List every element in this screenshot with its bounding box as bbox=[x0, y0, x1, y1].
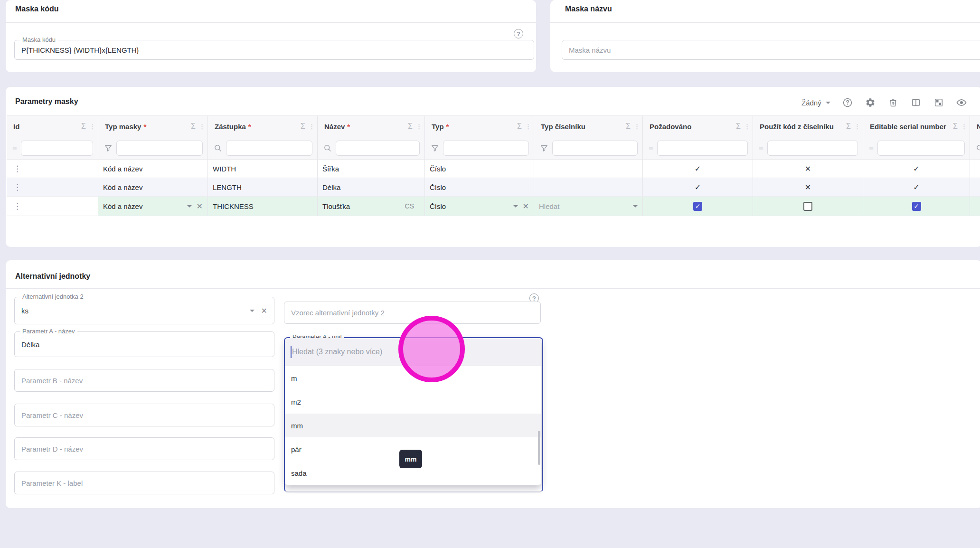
search-icon[interactable] bbox=[976, 144, 980, 152]
table-row[interactable]: ⋮ Kód a název LENGTH Délka Číslo ✓ ✕ ✓ bbox=[7, 178, 980, 197]
param-a-name-input[interactable] bbox=[15, 332, 274, 357]
unit-option-mm[interactable]: mm bbox=[285, 414, 541, 437]
filter-typ-input[interactable] bbox=[443, 141, 529, 156]
column-header-clipped[interactable]: N bbox=[970, 116, 980, 137]
help-icon[interactable]: ? bbox=[514, 29, 523, 38]
aggregate-icon[interactable]: Σ bbox=[301, 122, 305, 131]
scrollbar-thumb[interactable] bbox=[538, 431, 540, 465]
column-grip-icon[interactable]: ⋮ bbox=[525, 123, 531, 130]
column-header-typ-ciselniku[interactable]: Typ číselníkuΣ⋮ bbox=[534, 116, 643, 137]
filter-zastupka-input[interactable] bbox=[226, 141, 312, 156]
chevron-down-icon[interactable] bbox=[633, 205, 638, 208]
language-badge[interactable]: CS bbox=[405, 202, 420, 210]
filter-id-input[interactable] bbox=[21, 141, 93, 156]
cross-icon: ✕ bbox=[758, 164, 858, 173]
column-header-typ-masky[interactable]: Typ masky*Σ⋮ bbox=[98, 116, 208, 137]
text-cursor bbox=[291, 346, 292, 358]
param-k-label-input[interactable] bbox=[15, 472, 274, 494]
param-c-name-input[interactable] bbox=[15, 404, 274, 426]
param-b-name-input[interactable] bbox=[15, 369, 274, 391]
checkbox[interactable]: ✓ bbox=[912, 202, 921, 211]
param-b-name-field bbox=[14, 369, 274, 392]
column-header-id[interactable]: IdΣ⋮ bbox=[7, 116, 98, 137]
divider bbox=[6, 288, 980, 289]
mask-code-input[interactable] bbox=[15, 40, 534, 59]
column-header-typ[interactable]: Typ*Σ⋮ bbox=[425, 116, 534, 137]
column-grip-icon[interactable]: ⋮ bbox=[89, 123, 95, 130]
filter-cell-typ bbox=[425, 137, 534, 159]
row-menu-icon[interactable]: ⋮ bbox=[11, 202, 21, 210]
clear-icon[interactable]: ✕ bbox=[197, 202, 203, 211]
aggregate-icon[interactable]: Σ bbox=[846, 122, 851, 131]
aggregate-icon[interactable]: Σ bbox=[517, 122, 522, 131]
chevron-down-icon[interactable] bbox=[513, 205, 518, 208]
column-grip-icon[interactable]: ⋮ bbox=[634, 123, 640, 130]
cell-pouzit-kod: ✕ bbox=[753, 160, 863, 178]
row-menu-icon[interactable]: ⋮ bbox=[11, 165, 21, 173]
help-icon[interactable] bbox=[842, 97, 853, 108]
column-header-zastupka[interactable]: Zástupka*Σ⋮ bbox=[208, 116, 318, 137]
cell-typ-ciselniku bbox=[534, 160, 643, 178]
table-row[interactable]: ⋮ Kód a název WIDTH Šířka Číslo ✓ ✕ ✓ bbox=[7, 160, 980, 178]
aggregate-icon[interactable]: Σ bbox=[736, 122, 741, 131]
delete-icon[interactable] bbox=[887, 97, 899, 108]
equals-icon[interactable]: = bbox=[12, 143, 17, 153]
equals-icon[interactable]: = bbox=[869, 143, 874, 153]
clear-icon[interactable]: ✕ bbox=[261, 306, 267, 315]
aggregate-icon[interactable]: Σ bbox=[191, 122, 196, 131]
row-menu-icon[interactable]: ⋮ bbox=[11, 183, 21, 191]
cell-typ-select[interactable]: Číslo✕ bbox=[425, 197, 534, 216]
equals-icon[interactable]: = bbox=[649, 143, 653, 153]
param-d-name-field bbox=[14, 437, 274, 460]
split-columns-icon[interactable] bbox=[910, 97, 922, 108]
settings-icon[interactable] bbox=[865, 97, 876, 108]
cell-nazev-input[interactable]: TloušťkaCS bbox=[318, 197, 425, 216]
cell-ciselnik-select[interactable]: Hledat bbox=[534, 197, 643, 216]
layout-icon[interactable] bbox=[933, 97, 944, 108]
equals-icon[interactable]: = bbox=[759, 143, 763, 153]
filter-cell-editable-serial: = bbox=[863, 137, 970, 159]
search-icon[interactable] bbox=[214, 144, 222, 152]
funnel-icon[interactable] bbox=[540, 144, 548, 152]
column-grip-icon[interactable]: ⋮ bbox=[744, 123, 750, 130]
chevron-down-icon[interactable] bbox=[250, 310, 254, 312]
group-by-select[interactable]: Žádný bbox=[801, 99, 830, 107]
filter-pozadovano-input[interactable] bbox=[657, 141, 748, 156]
cell-pouzit-kod-checkbox bbox=[753, 197, 863, 216]
column-header-editable-serial[interactable]: Editable serial numberΣ⋮ bbox=[863, 116, 970, 137]
alt-unit-2-select[interactable]: ks ✕ bbox=[15, 297, 274, 324]
param-d-name-input[interactable] bbox=[15, 438, 274, 460]
table-row-editing[interactable]: ⋮ Kód a název✕ THICKNESS TloušťkaCS Čísl… bbox=[7, 197, 980, 216]
mask-name-input[interactable] bbox=[562, 40, 980, 59]
column-header-pozadovano[interactable]: PožadovánoΣ⋮ bbox=[643, 116, 753, 137]
aggregate-icon[interactable]: Σ bbox=[81, 122, 86, 131]
visibility-icon[interactable] bbox=[956, 97, 967, 108]
filter-nazev-input[interactable] bbox=[336, 141, 420, 156]
funnel-icon[interactable] bbox=[431, 144, 439, 152]
filter-editable-serial-input[interactable] bbox=[877, 141, 965, 156]
column-grip-icon[interactable]: ⋮ bbox=[309, 123, 314, 130]
column-grip-icon[interactable]: ⋮ bbox=[199, 123, 205, 130]
filter-pouzit-kod-input[interactable] bbox=[767, 141, 858, 156]
mask-name-card-title: Maska názvu bbox=[565, 5, 612, 13]
checkbox[interactable]: ✓ bbox=[693, 202, 702, 211]
filter-typ-masky-input[interactable] bbox=[116, 141, 203, 156]
checkbox[interactable] bbox=[803, 202, 812, 211]
formula-2-input[interactable] bbox=[284, 302, 540, 323]
clear-icon[interactable]: ✕ bbox=[523, 202, 529, 211]
aggregate-icon[interactable]: Σ bbox=[953, 122, 958, 131]
column-grip-icon[interactable]: ⋮ bbox=[961, 123, 967, 130]
column-grip-icon[interactable]: ⋮ bbox=[854, 123, 860, 130]
filter-typ-ciselniku-input[interactable] bbox=[552, 141, 638, 156]
column-grip-icon[interactable]: ⋮ bbox=[416, 123, 422, 130]
unit-option-m2[interactable]: m2 bbox=[285, 390, 541, 414]
aggregate-icon[interactable]: Σ bbox=[408, 122, 413, 131]
funnel-icon[interactable] bbox=[104, 144, 113, 152]
cell-typ-masky-select[interactable]: Kód a název✕ bbox=[98, 197, 208, 216]
cell-zastupka-input[interactable]: THICKNESS bbox=[208, 197, 318, 216]
column-header-pouzit-kod[interactable]: Použít kód z číselníkuΣ⋮ bbox=[753, 116, 863, 137]
search-icon[interactable] bbox=[323, 144, 332, 152]
chevron-down-icon[interactable] bbox=[187, 205, 192, 208]
aggregate-icon[interactable]: Σ bbox=[626, 122, 631, 131]
column-header-nazev[interactable]: Název*Σ⋮ bbox=[318, 116, 425, 137]
